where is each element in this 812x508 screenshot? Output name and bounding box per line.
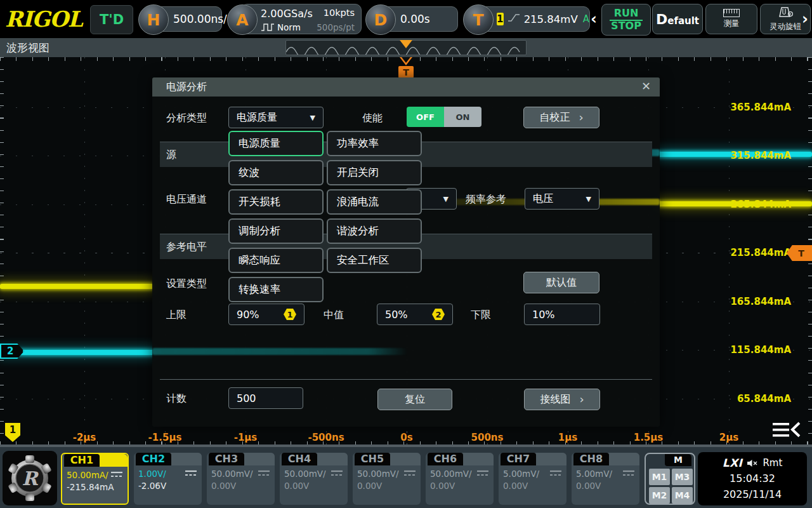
- math-block[interactable]: M M1 M3 M2 M4: [645, 453, 695, 505]
- acquire-menu-button[interactable]: A: [227, 4, 258, 35]
- voltage-channel-label: 电压通道: [166, 193, 207, 206]
- dropdown-option-inrush-current[interactable]: 浪涌电流: [327, 189, 422, 215]
- dropdown-option-switching-loss[interactable]: 开关损耗: [228, 189, 324, 215]
- dc-coupling-icon: [476, 470, 489, 477]
- power-analysis-dialog: 电源分析 ✕ 分析类型 电源质量 ▼ 使能 OFF ON 自校正 › 源 电压通…: [152, 77, 660, 427]
- level-label: 265.844mA: [730, 199, 791, 211]
- time-label: 1µs: [539, 432, 596, 443]
- count-label: 计数: [166, 392, 187, 406]
- dropdown-option-harmonics[interactable]: 谐波分析: [327, 218, 422, 244]
- channel-box-ch4[interactable]: CH4 50.00mV/ 0.00V: [280, 453, 348, 505]
- channel-tab-flap: [169, 453, 202, 465]
- channel-tab-flap: [461, 453, 494, 465]
- lxi-logo: LXI: [723, 455, 743, 471]
- channel-box-ch8[interactable]: CH8 5.00mV/ 0.00V: [572, 453, 639, 505]
- wiring-diagram-button[interactable]: 接线图 ›: [524, 389, 600, 410]
- acquire-mode: Norm: [277, 22, 301, 32]
- channel-box-ch3[interactable]: CH3 50.00mV/ 0.00V: [207, 453, 275, 505]
- grid-line: [84, 57, 85, 446]
- trigger-position-label[interactable]: T: [398, 66, 414, 78]
- channel-tab-flap: [607, 453, 639, 465]
- reset-button[interactable]: 复位: [377, 389, 452, 410]
- dropdown-option-ripple[interactable]: 纹波: [228, 160, 324, 185]
- channel-name: CH4: [282, 453, 317, 465]
- channel-name: CH7: [501, 453, 536, 465]
- knob2-badge: 2: [432, 309, 445, 320]
- speaker-muted-icon: [747, 459, 758, 467]
- dropdown-option-soa[interactable]: 安全工作区: [327, 248, 422, 273]
- time-label: 0s: [378, 432, 435, 443]
- dialog-title: 电源分析: [166, 81, 207, 94]
- count-value: 500: [237, 392, 256, 404]
- level-label: 65.844mA: [737, 393, 791, 406]
- grid-line: [729, 57, 730, 446]
- toggle-off[interactable]: OFF: [407, 107, 444, 127]
- default-label: Default: [656, 11, 699, 27]
- source-section-label: 源: [166, 149, 176, 162]
- dropdown-option-on-off[interactable]: 开启关闭: [327, 160, 422, 185]
- delay-menu-button[interactable]: D: [365, 4, 396, 35]
- toolbar-collapse-chevron[interactable]: ‹: [591, 10, 597, 28]
- math-button-m1[interactable]: M1: [649, 469, 670, 485]
- count-input[interactable]: 500: [228, 387, 303, 409]
- analysis-type-select[interactable]: 电源质量 ▼: [228, 107, 324, 128]
- channel-box-ch1[interactable]: CH1 50.00mA/ -215.84mA: [61, 453, 129, 505]
- dropdown-option-modulation[interactable]: 调制分析: [228, 218, 324, 244]
- channel-name: CH6: [428, 453, 463, 465]
- middle-input[interactable]: 50% 2: [377, 304, 453, 325]
- channel-box-ch6[interactable]: CH6 50.00mV/ 0.00V: [426, 453, 494, 505]
- ref-level-section-label: 参考电平: [166, 241, 207, 254]
- math-button-m4[interactable]: M4: [672, 487, 693, 504]
- top-bar: RIGOL T'D H 500.00ns/ A 2.00GSa/s 10kpts…: [0, 0, 812, 38]
- horizontal-menu-button[interactable]: H: [138, 4, 169, 35]
- side-menu-icon[interactable]: [771, 420, 802, 439]
- channel-offset: 0.00V: [576, 481, 601, 491]
- wiring-diagram-label: 接线图: [540, 393, 570, 406]
- enable-label: 使能: [362, 112, 383, 125]
- math-button-m3[interactable]: M3: [672, 469, 693, 485]
- channel-name: CH2: [136, 453, 171, 465]
- toggle-on[interactable]: ON: [444, 107, 481, 127]
- default-values-button[interactable]: 默认值: [523, 272, 599, 293]
- default-button[interactable]: Default: [652, 4, 703, 34]
- dropdown-option-power-quality[interactable]: 电源质量: [228, 131, 324, 156]
- channel-offset: 0.00V: [357, 481, 382, 491]
- level-label: 315.844mA: [730, 150, 791, 163]
- dialog-title-bar[interactable]: 电源分析: [152, 77, 660, 97]
- time-label: 2µs: [700, 432, 757, 443]
- chevron-down-icon: ▼: [310, 114, 315, 122]
- dropdown-option-slew-rate[interactable]: 转换速率: [228, 277, 324, 302]
- self-calibration-button[interactable]: 自校正 ›: [523, 107, 599, 128]
- level-label: 365.844mA: [730, 102, 791, 114]
- self-calibration-label: 自校正: [539, 111, 570, 124]
- acquire-info-box[interactable]: 2.00GSa/s 10kpts Norm 500ps/pt: [241, 4, 362, 34]
- toolbar-expand-chevron[interactable]: ›: [802, 10, 808, 28]
- dc-coupling-icon: [403, 470, 416, 477]
- trigger-menu-button[interactable]: T: [463, 4, 494, 35]
- time-label: -2µs: [56, 432, 113, 443]
- clock-date: 2025/11/14: [723, 487, 782, 503]
- lower-limit-input[interactable]: 10%: [524, 304, 600, 325]
- channel-scale: 50.00mV/: [211, 469, 253, 479]
- channel-name: CH5: [355, 453, 390, 465]
- trigger-info-box[interactable]: 1 215.84mV A: [477, 6, 590, 32]
- channel-name: CH8: [573, 453, 609, 465]
- channel-box-ch5[interactable]: CH5 50.00mV/ 0.00V: [353, 453, 421, 505]
- reset-label: 复位: [405, 393, 425, 406]
- gear-knob-icon: R: [5, 453, 55, 503]
- channel-box-ch2[interactable]: CH2 1.00V/ -2.06V: [134, 453, 202, 505]
- rigol-knob-button[interactable]: R: [3, 451, 57, 505]
- horizontal-position-marker[interactable]: [400, 40, 412, 48]
- dropdown-option-transient[interactable]: 瞬态响应: [228, 248, 324, 273]
- freq-ref-select[interactable]: 电压 ▼: [525, 188, 599, 210]
- math-button-m2[interactable]: M2: [649, 487, 670, 504]
- enable-toggle[interactable]: OFF ON: [407, 107, 481, 127]
- channel-box-ch7[interactable]: CH7 5.00mV/ 0.00V: [499, 453, 566, 505]
- channel-offset: -2.06V: [138, 481, 166, 491]
- close-icon[interactable]: ✕: [641, 79, 651, 93]
- dropdown-option-efficiency[interactable]: 功率效率: [327, 131, 422, 156]
- upper-limit-input[interactable]: 90% 1: [228, 304, 304, 325]
- run-stop-button[interactable]: RUN STOP: [601, 4, 651, 36]
- measure-button[interactable]: 测量: [705, 4, 757, 34]
- channel-tab-flap: [242, 453, 275, 465]
